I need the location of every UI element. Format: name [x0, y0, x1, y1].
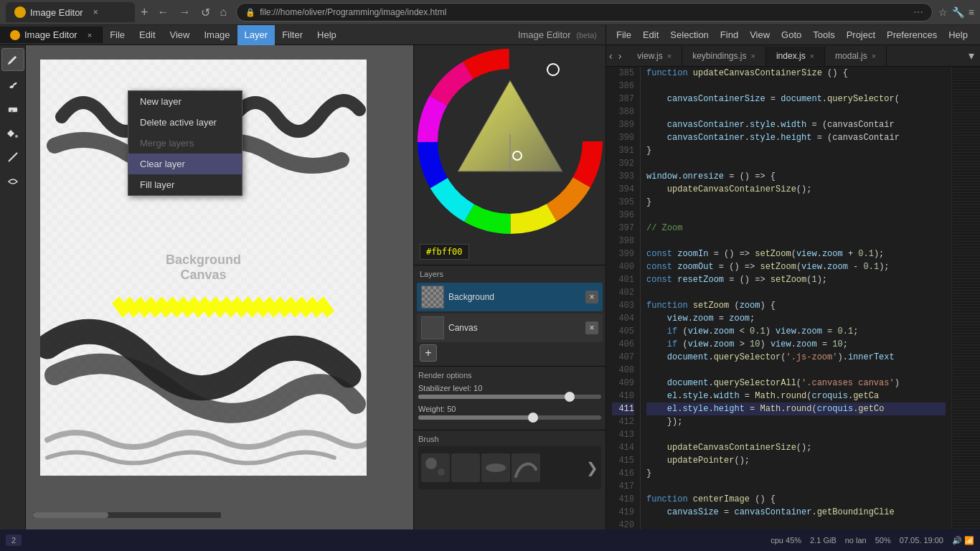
clear-layer-item[interactable]: Clear layer — [128, 154, 242, 174]
tab-modal-close[interactable]: × — [872, 52, 876, 60]
code-line-385: function updateCanvasContainerSize () { — [646, 67, 946, 80]
browser-tab[interactable]: Image Editor × — [6, 2, 135, 22]
reload-button[interactable]: ↺ — [197, 4, 214, 21]
layers-section: Layers Background × Canvas × + — [414, 265, 606, 366]
code-line-409: document.querySelectorAll('.canvases can… — [646, 377, 946, 390]
brush-next-icon[interactable]: ❯ — [586, 459, 598, 476]
tab-view-close[interactable]: × — [667, 52, 672, 60]
tabs-nav-left[interactable]: ‹ — [606, 50, 616, 62]
code-menu-help[interactable]: Help — [943, 27, 974, 43]
weight-track[interactable] — [418, 415, 601, 420]
tab-keybindings-close[interactable]: × — [751, 52, 755, 60]
brush-item-3[interactable] — [481, 453, 510, 482]
code-line-403: function setZoom (zoom) { — [646, 299, 946, 312]
code-lines: function updateCanvasContainerSize () { … — [641, 67, 951, 535]
delete-canvas-layer-btn[interactable]: × — [585, 321, 598, 334]
ext-icon[interactable]: 🔧 — [952, 6, 964, 18]
app-close-btn[interactable]: × — [88, 31, 92, 39]
code-menu-edit[interactable]: Edit — [637, 27, 664, 43]
fill-tool[interactable] — [1, 121, 24, 144]
svg-point-42 — [438, 468, 445, 476]
toolbar — [0, 45, 26, 534]
layer-canvas-thumb — [421, 316, 444, 339]
code-menu-find[interactable]: Find — [715, 27, 744, 43]
brush-item-1[interactable] — [421, 453, 450, 482]
bookmark-icon[interactable]: ☆ — [938, 6, 948, 18]
code-menu-goto[interactable]: Goto — [776, 27, 807, 43]
h-scrollbar[interactable] — [33, 512, 221, 518]
tabs-nav-right[interactable]: › — [616, 50, 625, 62]
code-menu-project[interactable]: Project — [841, 27, 881, 43]
code-line-386 — [646, 80, 946, 93]
code-tab-modal[interactable]: modal.js × — [825, 47, 887, 65]
svg-point-43 — [458, 461, 473, 475]
code-menu-file[interactable]: File — [611, 27, 637, 43]
line-numbers: 385386387388389 390391392393394 39539639… — [606, 67, 641, 535]
code-line-395: } — [646, 196, 946, 209]
code-tab-view[interactable]: view.js × — [627, 47, 682, 65]
stabilizer-thumb[interactable] — [565, 392, 575, 402]
code-menu-view[interactable]: View — [744, 27, 776, 43]
app-menubar: Image Editor × File Edit View Image Laye… — [0, 25, 606, 45]
code-tab-index[interactable]: index.js × — [766, 47, 825, 65]
tab-overflow-btn[interactable]: ▾ — [963, 49, 980, 62]
layer-canvas[interactable]: Canvas × — [417, 314, 603, 342]
add-layer-button[interactable]: + — [420, 344, 437, 362]
svg-point-2 — [15, 135, 18, 138]
layer-canvas-name: Canvas — [448, 323, 581, 333]
taskbar-workspace[interactable]: 2 — [6, 534, 22, 546]
tab-index-close[interactable]: × — [810, 52, 814, 60]
delete-active-layer-item[interactable]: Delete active layer — [128, 112, 242, 133]
browser-nav: ← → ↺ ⌂ — [154, 4, 231, 21]
new-tab-button[interactable]: + — [141, 5, 149, 20]
pencil-tool[interactable] — [1, 48, 24, 71]
menu-icon[interactable]: ≡ — [969, 6, 974, 18]
tab-close-btn[interactable]: × — [93, 7, 98, 17]
menu-help[interactable]: Help — [310, 25, 344, 45]
app-title-right: Image Editor (beta) — [518, 29, 606, 40]
line-tool[interactable] — [1, 146, 24, 169]
code-line-397: // Zoom — [646, 222, 946, 235]
code-line-393: window.onresize = () => { — [646, 170, 946, 183]
color-wheel-container[interactable] — [417, 48, 603, 242]
hex-value: #fbff00 — [420, 244, 469, 260]
menu-image[interactable]: Image — [197, 25, 237, 45]
eraser-tool[interactable] — [1, 97, 24, 120]
brush-item-2[interactable] — [451, 453, 480, 482]
stabilizer-track[interactable] — [418, 395, 601, 399]
merge-layers-item: Merge layers — [128, 133, 242, 154]
brush-tool[interactable] — [1, 72, 24, 95]
code-tabs: ‹ › view.js × keybindings.js × index.js … — [606, 45, 980, 67]
color-hex-display[interactable]: #fbff00 — [417, 242, 603, 262]
code-line-388 — [646, 105, 946, 118]
stabilizer-row: Stabilizer level: 10 — [418, 384, 601, 399]
code-tab-keybindings[interactable]: keybindings.js × — [682, 47, 766, 65]
menu-layer[interactable]: Layer — [237, 25, 275, 45]
code-line-419: canvasSize = canvasContainer.getBounding… — [646, 506, 946, 519]
taskbar-right: cpu 45% 2.1 GiB no lan 50% 07.05. 19:00 … — [771, 536, 974, 545]
code-line-402 — [646, 286, 946, 299]
layer-background[interactable]: Background × — [417, 283, 603, 311]
code-menu-tools[interactable]: Tools — [807, 27, 840, 43]
menu-view[interactable]: View — [163, 25, 197, 45]
lang-indicator: no lan — [845, 536, 867, 545]
cpu-indicator: cpu 45% — [771, 536, 801, 545]
new-layer-item[interactable]: New layer — [128, 91, 242, 112]
menu-edit[interactable]: Edit — [132, 25, 162, 45]
weight-thumb[interactable] — [528, 413, 538, 423]
brush-item-4[interactable] — [512, 453, 540, 482]
back-button[interactable]: ← — [154, 4, 173, 20]
delete-background-layer-btn[interactable]: × — [585, 291, 598, 303]
fill-layer-item[interactable]: Fill layer — [128, 174, 242, 195]
address-bar[interactable]: 🔒 file:///home/oliver/Programming/image/… — [236, 3, 933, 22]
smudge-tool[interactable] — [1, 170, 24, 193]
code-line-405: if (view.zoom < 0.1) view.zoom = 0.1; — [646, 325, 946, 338]
code-line-407: document.querySelector('.js-zoom').inner… — [646, 351, 946, 364]
menu-filter[interactable]: Filter — [275, 25, 310, 45]
menu-file[interactable]: File — [103, 25, 132, 45]
system-tray: 🔊 📶 — [952, 536, 974, 545]
forward-button[interactable]: → — [176, 4, 194, 20]
code-menu-selection[interactable]: Selection — [664, 27, 714, 43]
home-button[interactable]: ⌂ — [217, 4, 231, 20]
code-menu-preferences[interactable]: Preferences — [881, 27, 943, 43]
